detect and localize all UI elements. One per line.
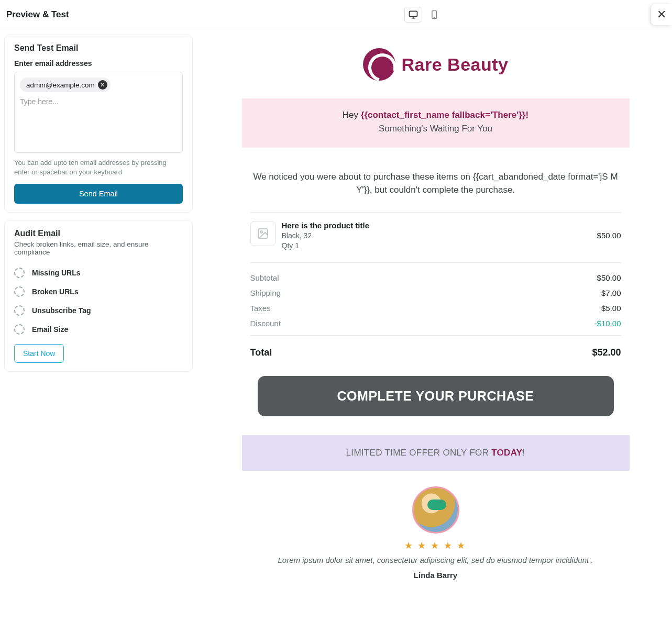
complete-purchase-button[interactable]: COMPLETE YOUR PURCHASE [258,376,614,416]
email-addresses-label: Enter email addresses [14,59,183,68]
product-price: $50.00 [597,231,621,240]
status-circle-icon [14,305,25,316]
audit-item-label: Unsubscribe Tag [32,306,91,315]
offer-suffix: ! [522,448,525,458]
email-chip-text: admin@example.com [26,81,95,89]
offer-today: TODAY [491,448,522,458]
close-icon: ✕ [100,82,105,88]
offer-prefix: LIMITED TIME OFFER ONLY FOR [346,448,492,458]
svg-point-2 [434,17,434,17]
taxes-label: Taxes [250,304,271,313]
image-placeholder-icon [257,227,269,240]
total-label: Total [250,347,272,358]
audit-item-unsubscribe-tag: Unsubscribe Tag [14,301,183,320]
product-variant: Black, 32 [282,231,591,240]
audit-item-label: Broken URLs [32,287,79,296]
subtotal-value: $50.00 [597,273,621,282]
testimonial-avatar [412,486,459,534]
page-title: Preview & Test [6,9,69,20]
discount-label: Discount [250,319,281,328]
status-circle-icon [14,324,25,335]
offer-banner: LIMITED TIME OFFER ONLY FOR TODAY! [242,435,630,471]
brand-logo-row: Rare Beauty [242,35,630,98]
send-test-card: Send Test Email Enter email addresses ad… [4,35,193,213]
audit-heading: Audit Email [14,229,183,238]
testimonial-name: Linda Barry [252,571,619,580]
email-preview-pane: Rare Beauty Hey {{contact_first_name fal… [199,35,672,590]
grand-total-row: Total $52.00 [250,336,621,364]
order-totals: Subtotal$50.00 Shipping$7.00 Taxes$5.00 … [250,263,621,335]
svg-rect-0 [409,11,417,16]
topbar: Preview & Test ✕ [0,0,672,29]
audit-item-missing-urls: Missing URLs [14,263,183,282]
total-value: $52.00 [592,347,621,358]
star-rating-icon: ★ ★ ★ ★ ★ [252,540,619,551]
taxes-value: $5.00 [601,304,621,313]
brand-logo-icon [363,48,395,81]
subtotal-label: Subtotal [250,273,279,282]
product-qty: Qty 1 [282,241,591,250]
hero-subtitle: Something's Waiting For You [247,124,624,134]
mobile-icon [429,9,439,20]
send-email-button[interactable]: Send Email [14,184,183,204]
status-circle-icon [14,286,25,297]
shipping-label: Shipping [250,289,281,297]
close-icon: ✕ [657,8,666,21]
hero-contact-name: {{contact_first_name fallback='There'}}! [361,110,528,120]
hero-prefix: Hey [343,110,361,120]
close-button[interactable]: ✕ [651,4,672,25]
product-thumbnail [250,221,276,246]
email-helper-text: You can add upto ten email addresses by … [14,158,183,176]
send-test-heading: Send Test Email [14,43,183,53]
testimonial-text: Lorem ipsum dolor sit amet, consectetur … [252,556,619,564]
status-circle-icon [14,268,25,278]
shipping-value: $7.00 [601,289,621,297]
audit-subtitle: Check broken links, email size, and ensu… [14,240,183,256]
audit-item-label: Missing URLs [32,269,81,277]
audit-item-broken-urls: Broken URLs [14,282,183,301]
product-title: Here is the product title [282,221,591,230]
email-input-box[interactable]: admin@example.com ✕ Type here... [14,72,183,153]
email-input-placeholder: Type here... [20,97,177,106]
email-chip: admin@example.com ✕ [20,77,111,92]
hero-banner: Hey {{contact_first_name fallback='There… [242,98,630,148]
cart-item: Here is the product title Black, 32 Qty … [250,213,621,262]
brand-name: Rare Beauty [402,54,509,75]
testimonial-block: ★ ★ ★ ★ ★ Lorem ipsum dolor sit amet, co… [242,471,630,590]
notice-text: We noticed you were about to purchase th… [242,148,630,212]
audit-item-label: Email Size [32,325,68,334]
audit-card: Audit Email Check broken links, email si… [4,220,193,372]
device-toggle [404,7,443,23]
mobile-preview-button[interactable] [425,7,443,23]
desktop-preview-button[interactable] [404,7,422,23]
audit-item-email-size: Email Size [14,320,183,339]
svg-point-4 [260,231,262,233]
start-now-button[interactable]: Start Now [14,344,64,363]
remove-chip-button[interactable]: ✕ [98,80,107,90]
monitor-icon [408,9,418,20]
discount-value: -$10.00 [594,319,621,328]
